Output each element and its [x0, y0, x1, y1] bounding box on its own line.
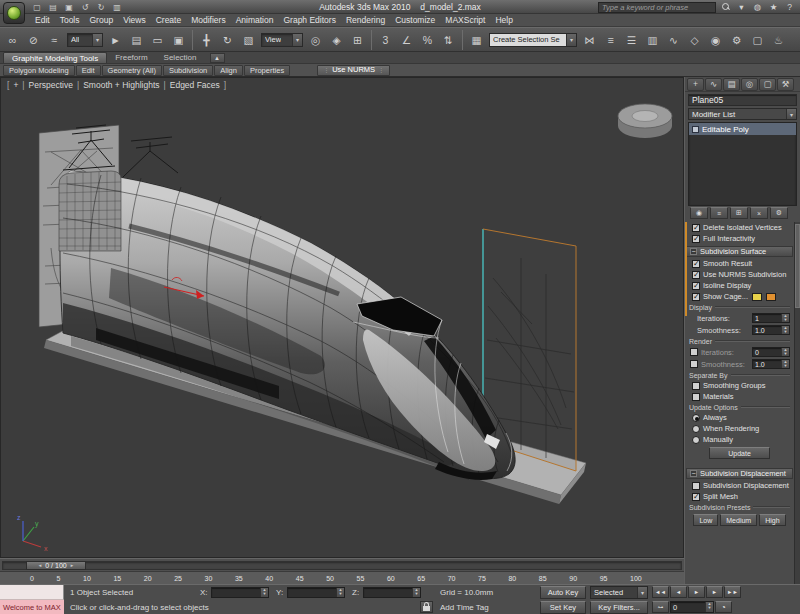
auto-key-button[interactable]: Auto Key [540, 586, 586, 599]
menu-edit[interactable]: Edit [30, 14, 55, 27]
select-and-manipulate-icon[interactable]: ◈ [327, 30, 346, 49]
key-mode-toggle-button[interactable]: ⊶ [652, 601, 669, 613]
keyboard-shortcut-override-icon[interactable]: ⊞ [348, 30, 367, 49]
open-file-icon[interactable]: ▤ [46, 1, 60, 13]
bind-to-space-warp-icon[interactable]: ≈ [45, 30, 64, 49]
menu-animation[interactable]: Animation [231, 14, 279, 27]
viewport-canvas[interactable]: x y z [1, 78, 683, 557]
show-end-result-button[interactable]: ≡ [710, 207, 728, 219]
check-full-interactivity[interactable]: Full Interactivity [685, 233, 794, 244]
menu-group[interactable]: Group [85, 14, 119, 27]
check-split-mesh[interactable]: Split Mesh [685, 491, 794, 502]
edit-named-selection-sets-icon[interactable]: ▦ [467, 30, 486, 49]
cage-selected-color-swatch[interactable] [766, 293, 776, 301]
time-slider[interactable]: 0 / 100 [0, 558, 684, 571]
object-name-field[interactable]: Plane05 [688, 94, 797, 106]
checkbox-icon[interactable] [690, 348, 698, 356]
view-cube[interactable] [618, 104, 672, 138]
add-time-tag[interactable]: Add Time Tag [440, 603, 489, 612]
radio-when-rendering[interactable]: When Rendering [685, 423, 794, 434]
create-tab-icon[interactable]: + [687, 78, 704, 91]
modifier-stack[interactable]: Editable Poly [688, 122, 797, 206]
graphite-ribbon-toggle-icon[interactable]: ▥ [643, 30, 662, 49]
maxscript-macro-recorder-line[interactable] [0, 585, 64, 600]
spinner-arrows-icon[interactable]: ▲▼ [260, 588, 268, 597]
select-and-scale-icon[interactable]: ▧ [239, 30, 258, 49]
selection-lock-toggle[interactable] [420, 601, 433, 613]
favorites-star-icon[interactable]: ★ [767, 1, 780, 13]
menu-tools[interactable]: Tools [55, 14, 85, 27]
curve-editor-icon[interactable]: ∿ [664, 30, 683, 49]
angle-snap-toggle-icon[interactable]: ∠ [397, 30, 416, 49]
panel-scrollbar[interactable] [794, 222, 800, 584]
layer-manager-icon[interactable]: ☰ [622, 30, 641, 49]
ribbon-tab-graphite-modeling-tools[interactable]: Graphite Modeling Tools [3, 52, 107, 63]
display-smoothness-spinner[interactable]: 1.0 ▲▼ [752, 325, 790, 335]
undo-icon[interactable]: ↺ [78, 1, 92, 13]
viewport-label-perspective[interactable]: Perspective [26, 80, 76, 90]
check-delete-isolated-vertices[interactable]: Delete Isolated Vertices [685, 222, 794, 233]
select-object-icon[interactable]: ► [106, 30, 125, 49]
selection-filter-dropdown[interactable]: All▾ [67, 33, 103, 47]
preset-medium-button[interactable]: Medium [720, 514, 757, 526]
search-icon[interactable] [719, 1, 732, 13]
select-and-move-icon[interactable]: ╋ [197, 30, 216, 49]
menu-create[interactable]: Create [151, 14, 187, 27]
current-frame-field[interactable]: 0 ▲▼ [670, 601, 714, 613]
select-and-rotate-icon[interactable]: ↻ [218, 30, 237, 49]
rendered-frame-window-icon[interactable]: ▢ [748, 30, 767, 49]
menu-help[interactable]: Help [490, 14, 517, 27]
menu-maxscript[interactable]: MAXScript [440, 14, 490, 27]
spinner-snap-toggle-icon[interactable]: ⇅ [439, 30, 458, 49]
hierarchy-tab-icon[interactable]: ▤ [723, 78, 740, 91]
ribbon-panel-polygon-modeling[interactable]: Polygon Modeling [3, 65, 75, 76]
pin-stack-button[interactable]: ◉ [690, 207, 708, 219]
previous-frame-button[interactable]: ◄ [670, 586, 687, 598]
spinner-arrows-icon[interactable]: ▲▼ [781, 348, 789, 356]
reference-coordinate-system-dropdown[interactable]: View▾ [261, 33, 303, 47]
go-to-end-button[interactable]: ►► [724, 586, 741, 598]
ribbon-tab-selection[interactable]: Selection [156, 52, 205, 63]
spinner-arrows-icon[interactable]: ▲▼ [336, 588, 344, 597]
menu-rendering[interactable]: Rendering [341, 14, 390, 27]
perspective-viewport[interactable]: x y z [+|Perspective|Smooth + Highlights… [0, 77, 684, 558]
time-slider-track[interactable] [2, 561, 682, 570]
percent-snap-toggle-icon[interactable]: % [418, 30, 437, 49]
ribbon-minimize-button[interactable]: ▲ [210, 53, 225, 63]
preset-low-button[interactable]: Low [693, 514, 718, 526]
check-smooth-result[interactable]: Smooth Result [685, 258, 794, 269]
application-menu-button[interactable] [3, 2, 25, 24]
project-folder-icon[interactable]: ▥ [110, 1, 124, 13]
render-production-icon[interactable]: ♨ [769, 30, 788, 49]
configure-modifier-sets-button[interactable]: ⚙ [770, 207, 788, 219]
motion-tab-icon[interactable]: ◎ [741, 78, 758, 91]
play-animation-button[interactable]: ► [688, 586, 705, 598]
key-filters-button[interactable]: Key Filters... [590, 601, 648, 614]
modify-tab-icon[interactable]: ∿ [705, 78, 722, 91]
schematic-view-icon[interactable]: ◇ [685, 30, 704, 49]
checkbox-icon[interactable] [690, 360, 698, 368]
ribbon-panel-align[interactable]: Align [214, 65, 243, 76]
search-dropdown-icon[interactable]: ▾ [735, 1, 748, 13]
ribbon-panel-properties[interactable]: Properties [244, 65, 290, 76]
z-coordinate-field[interactable]: ▲▼ [363, 587, 421, 598]
check-materials[interactable]: Materials [685, 391, 794, 402]
render-iterations-spinner[interactable]: 0 ▲▼ [752, 347, 790, 357]
render-setup-icon[interactable]: ⚙ [727, 30, 746, 49]
material-editor-icon[interactable]: ◉ [706, 30, 725, 49]
select-by-name-icon[interactable]: ▤ [127, 30, 146, 49]
scrollbar-thumb[interactable] [795, 224, 800, 308]
ribbon-panel-subdivision[interactable]: Subdivision [163, 65, 213, 76]
set-key-button[interactable]: Set Key [540, 601, 586, 614]
menu-modifiers[interactable]: Modifiers [186, 14, 230, 27]
set-key-filter-dropdown[interactable]: Selected ▾ [590, 586, 648, 599]
remove-modifier-button[interactable]: × [750, 207, 768, 219]
check-isoline-display[interactable]: Isoline Display [685, 280, 794, 291]
y-coordinate-field[interactable]: ▲▼ [287, 587, 345, 598]
menu-graph-editors[interactable]: Graph Editors [278, 14, 340, 27]
infocenter-search-input[interactable] [598, 2, 716, 13]
new-scene-icon[interactable]: ▢ [30, 1, 44, 13]
menu-views[interactable]: Views [118, 14, 151, 27]
display-tab-icon[interactable]: ▢ [759, 78, 776, 91]
spinner-arrows-icon[interactable]: ▲▼ [781, 314, 789, 322]
